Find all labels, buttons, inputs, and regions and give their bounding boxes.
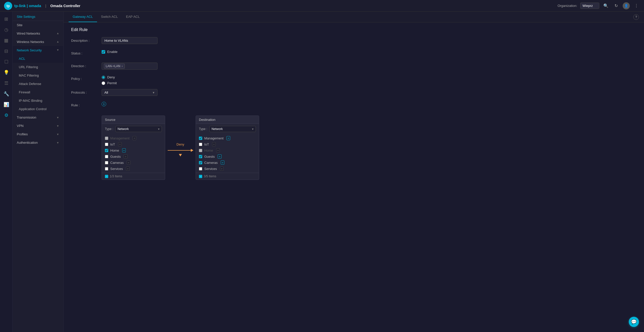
source-cameras-checkbox[interactable]	[105, 161, 108, 164]
deny-label: Deny	[177, 142, 184, 146]
source-type-select[interactable]: Network IP MAC	[115, 126, 162, 132]
source-partial-checkbox[interactable]	[105, 175, 108, 178]
source-services-checkbox[interactable]	[105, 167, 108, 170]
sidebar-item-url-filtering[interactable]: URL Filtering	[13, 63, 63, 71]
org-label: Organization:	[558, 4, 577, 8]
sidebar-item-label: Wireless Networks	[17, 40, 44, 44]
sidebar-item-profiles[interactable]: Profiles ▼	[13, 130, 63, 138]
policy-permit[interactable]: Permit	[102, 81, 117, 85]
source-guests-info-icon[interactable]: ≡	[124, 154, 127, 158]
source-iot-checkbox[interactable]	[105, 143, 108, 146]
sidebar-item-attack-defense[interactable]: Attack Defense	[13, 80, 63, 88]
nav-settings[interactable]: ⚙	[2, 110, 11, 120]
source-item-home: Home ≡	[105, 147, 162, 153]
source-box-footer: 1/3 Items	[102, 173, 165, 180]
sidebar-item-acl[interactable]: ACL	[13, 54, 63, 63]
policy-permit-radio[interactable]	[102, 81, 105, 85]
source-guests-checkbox[interactable]	[105, 155, 108, 158]
sidebar-item-mac-filtering[interactable]: MAC Filtering	[13, 71, 63, 80]
sidebar-item-wireless-networks[interactable]: Wireless Networks ▼	[13, 38, 63, 46]
status-checkbox[interactable]	[102, 50, 105, 54]
more-icon[interactable]: ⋮	[633, 2, 640, 9]
nav-tools[interactable]: 🔧	[2, 89, 11, 99]
dest-home-info-icon[interactable]: ≡	[216, 148, 220, 152]
dest-partial-checkbox[interactable]	[199, 175, 202, 178]
direction-tag-close[interactable]: ×	[121, 65, 123, 68]
source-services-info-icon[interactable]: ≡	[126, 167, 130, 171]
dest-cameras-info-icon[interactable]: ≡	[221, 161, 224, 165]
source-management-info-icon[interactable]: ≡	[133, 136, 136, 140]
dest-iot-info-icon[interactable]: ≡	[212, 142, 216, 146]
rule-info-icon[interactable]: ℹ	[102, 102, 106, 106]
sidebar-item-authentication[interactable]: Authentication ▼	[13, 138, 63, 147]
sidebar-item-network-security[interactable]: Network Security ▲	[13, 46, 63, 54]
help-icon[interactable]: ?	[633, 14, 639, 20]
source-home-label: Home	[110, 149, 119, 152]
status-checkbox-wrap[interactable]: Enable	[102, 50, 117, 54]
nav-dashboard[interactable]: ⊞	[2, 14, 11, 24]
protocols-select[interactable]: All TCP UDP ICMP	[102, 89, 158, 96]
description-input[interactable]	[102, 37, 158, 44]
nav-devices[interactable]: ▦	[2, 36, 11, 45]
dest-iot-checkbox[interactable]	[199, 143, 202, 146]
nav-light[interactable]: 💡	[2, 68, 11, 77]
dest-services-info-icon[interactable]: ≡	[220, 167, 224, 171]
sidebar-item-label: Firewall	[19, 90, 30, 94]
sidebar-item-wired-networks[interactable]: Wired Networks ▼	[13, 29, 63, 38]
search-icon[interactable]: 🔍	[602, 2, 609, 9]
sidebar-item-application-control[interactable]: Application Control	[13, 105, 63, 113]
dest-item-iot: IoT ≡	[199, 141, 256, 147]
sidebar-item-label: Site	[17, 23, 22, 27]
sidebar-item-firewall[interactable]: Firewall	[13, 88, 63, 96]
sidebar-item-site[interactable]: Site	[13, 21, 63, 29]
policy-deny-radio[interactable]	[102, 76, 105, 79]
source-cameras-info-icon[interactable]: ≡	[127, 161, 130, 165]
nav-reports[interactable]: ☰	[2, 78, 11, 88]
user-avatar[interactable]: 👤	[623, 2, 630, 9]
dest-management-checkbox[interactable]	[199, 137, 202, 140]
dest-home-checkbox[interactable]	[199, 149, 202, 152]
sidebar-item-transmission[interactable]: Transmission ▼	[13, 113, 63, 122]
dest-cameras-checkbox[interactable]	[199, 161, 202, 164]
dest-services-checkbox[interactable]	[199, 167, 202, 170]
direction-tag-input[interactable]: LAN->LAN ×	[102, 63, 158, 70]
source-home-checkbox[interactable]	[105, 149, 108, 152]
dest-home-label: Home	[204, 149, 213, 152]
chat-bubble[interactable]: 💬	[629, 317, 639, 327]
tab-gateway-acl[interactable]: Gateway ACL	[69, 12, 97, 22]
source-box-header: Source	[102, 116, 165, 124]
chevron-down-icon: ▼	[56, 133, 59, 136]
nav-stats[interactable]: ◷	[2, 25, 11, 35]
source-iot-info-icon[interactable]: ≡	[118, 142, 122, 146]
tab-switch-acl[interactable]: Switch ACL	[97, 12, 122, 22]
destination-type-select-wrap: Network IP MAC ▼	[209, 126, 256, 132]
tab-eap-acl[interactable]: EAP ACL	[122, 12, 144, 22]
source-management-checkbox[interactable]	[105, 137, 108, 140]
dest-iot-label: IoT	[204, 142, 209, 146]
policy-deny[interactable]: Deny	[102, 75, 117, 79]
org-select[interactable]: Wieprz	[580, 3, 599, 9]
form-title: Edit Rule	[71, 27, 636, 32]
nav-alerts[interactable]: ☐	[2, 57, 11, 67]
status-label: Status :	[71, 50, 102, 55]
sidebar-item-vpn[interactable]: VPN ▼	[13, 122, 63, 130]
protocols-label: Protocols :	[71, 89, 102, 94]
source-cameras-label: Cameras	[110, 161, 124, 165]
dest-management-label: Management	[204, 136, 224, 140]
nav-map[interactable]: ⊟	[2, 46, 11, 56]
sidebar-item-label: Profiles	[17, 132, 28, 136]
direction-tag: LAN->LAN ×	[104, 64, 125, 69]
destination-type-select[interactable]: Network IP MAC	[209, 126, 256, 132]
dest-management-info-icon[interactable]: ≡	[227, 136, 230, 140]
sidebar-item-ip-mac-binding[interactable]: IP-MAC Binding	[13, 96, 63, 105]
source-items: Management ≡ IoT ≡ Home ≡	[102, 134, 165, 173]
dest-guests-checkbox[interactable]	[199, 155, 202, 158]
sidebar-item-label: Attack Defense	[19, 82, 41, 86]
nav-analytics[interactable]: 📊	[2, 100, 11, 109]
source-home-info-icon[interactable]: ≡	[122, 148, 126, 152]
refresh-icon[interactable]: ↻	[612, 2, 620, 9]
description-label: Description :	[71, 37, 102, 42]
dest-guests-info-icon[interactable]: ≡	[218, 154, 221, 158]
logo: tp tp-link | omada | Omada Controller	[4, 2, 80, 10]
protocols-row: Protocols : All TCP UDP ICMP ▼	[71, 89, 636, 98]
